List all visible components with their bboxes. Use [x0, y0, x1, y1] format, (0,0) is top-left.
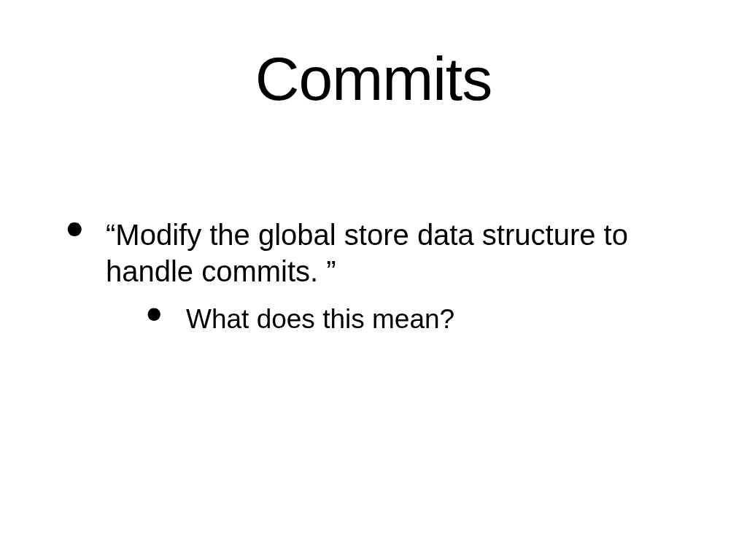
bullet-text: “Modify the global store data structure …: [106, 219, 628, 287]
bullet-sublist: What does this mean?: [106, 303, 681, 336]
bullet-list: “Modify the global store data structure …: [66, 217, 681, 336]
slide-title: Commits: [66, 44, 681, 114]
slide-container: Commits “Modify the global store data st…: [0, 0, 747, 560]
bullet-item-level-1: “Modify the global store data structure …: [66, 217, 681, 336]
bullet-item-level-2: What does this mean?: [146, 303, 681, 336]
bullet-text: What does this mean?: [186, 304, 454, 334]
